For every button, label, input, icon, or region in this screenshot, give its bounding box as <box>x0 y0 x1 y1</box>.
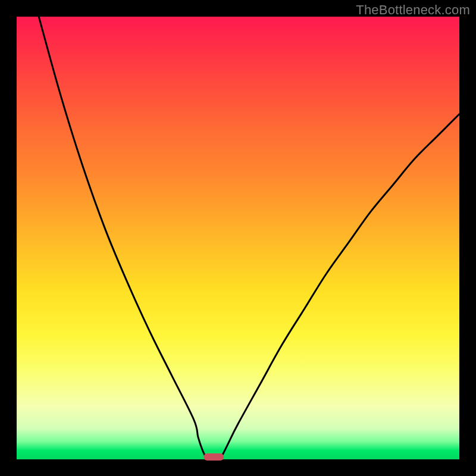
chart-frame: TheBottleneck.com <box>0 0 476 476</box>
watermark-text: TheBottleneck.com <box>356 2 470 18</box>
min-marker <box>203 453 223 461</box>
curve-right <box>220 114 459 459</box>
curve-left <box>39 17 207 459</box>
curve-svg <box>17 17 459 459</box>
plot-area <box>17 17 459 459</box>
